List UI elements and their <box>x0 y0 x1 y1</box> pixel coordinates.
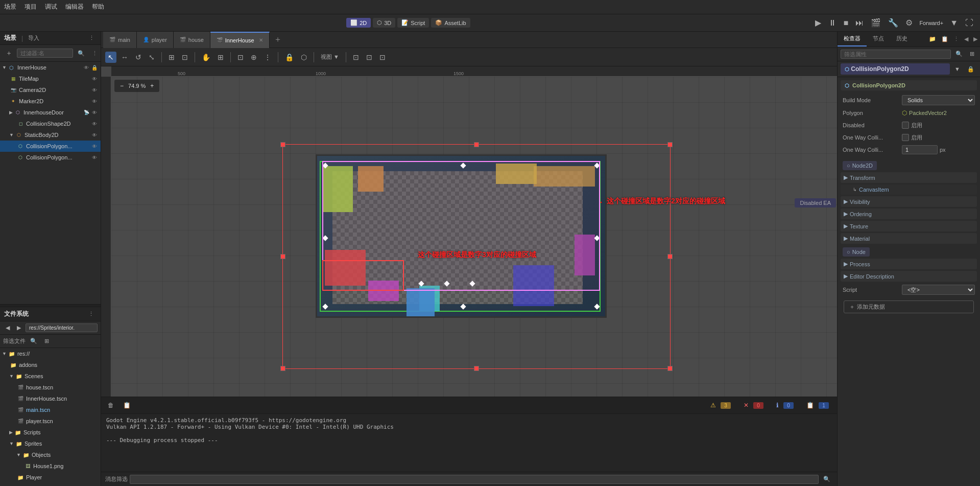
tree-item-innerhousedoor[interactable]: ▶ ⬡ InnerhouseDoor 📡 👁 <box>0 107 101 118</box>
message-filter-input[interactable] <box>130 475 819 484</box>
editordesc-collapsible[interactable]: ▶ Editor Description <box>841 271 977 282</box>
output-copy-button[interactable]: 📋 <box>121 400 133 410</box>
pan-button[interactable]: ✋ <box>199 52 213 63</box>
material-collapsible[interactable]: ▶ Material <box>841 233 977 244</box>
ordering-collapsible[interactable]: ▶ Ordering <box>841 209 977 219</box>
menu-project[interactable]: 项目 <box>25 3 37 11</box>
select-tool-button[interactable]: ↖ <box>105 52 116 63</box>
output-clear-button[interactable]: 🗑 <box>105 400 116 410</box>
tree-item-staticbody2d[interactable]: ▼ ⬡ StaticBody2D 👁 <box>0 129 101 141</box>
tree-item-innerhouse[interactable]: ▼ ⬡ InnerHouse 👁 🔒 <box>0 62 101 73</box>
menu-debug[interactable]: 调试 <box>45 3 57 11</box>
transform-collapsible[interactable]: ▶ Transform <box>841 172 977 183</box>
signal-icon[interactable]: 📡 <box>82 108 90 117</box>
property-filter-options[interactable]: ⊞ <box>967 49 977 59</box>
property-filter-search[interactable]: 🔍 <box>953 49 965 59</box>
file-item-innerhouse[interactable]: 🎬 InnerHouse.tscn <box>0 393 101 404</box>
inspector-more-button[interactable]: ⋮ <box>951 32 962 47</box>
debug-button[interactable]: 🔧 <box>886 17 901 29</box>
msg-filter-search[interactable]: 🔍 <box>821 474 833 484</box>
inspector-expand-button[interactable]: ▶ <box>971 32 980 47</box>
smart-snap-button[interactable]: ⊡ <box>235 52 246 63</box>
scene-menu-button[interactable]: ⋮ <box>87 34 97 42</box>
eye-icon[interactable]: 👁 <box>82 63 90 72</box>
viewport[interactable]: 500 1000 1500 − 74.9 % + <box>101 66 837 397</box>
scale-tool-button[interactable]: ⤡ <box>146 52 157 63</box>
viewport-opt2[interactable]: ⊡ <box>364 52 375 63</box>
tree-item-collpoly2[interactable]: ⬡ CollisionPolygon... 👁 3 <box>0 152 101 163</box>
file-filter-options[interactable]: ⊞ <box>42 336 52 346</box>
oneway-checkbox[interactable] <box>902 134 909 141</box>
tab-main[interactable]: 🎬 main <box>103 32 137 48</box>
file-item-player-folder[interactable]: 📁 Player <box>0 472 101 483</box>
add-tab-button[interactable]: ＋ <box>270 34 286 45</box>
zoom-minus-button[interactable]: − <box>117 81 126 91</box>
eye-icon-sb[interactable]: 👁 <box>90 131 99 139</box>
eye-icon-marker[interactable]: 👁 <box>90 97 99 105</box>
filter-search-icon[interactable]: 🔍 <box>75 49 87 58</box>
error-icon[interactable]: ✕ <box>741 400 751 410</box>
file-item-player[interactable]: 🎬 player.tscn <box>0 415 101 427</box>
process-collapsible[interactable]: ▶ Process <box>841 259 977 269</box>
property-filter-input[interactable] <box>841 50 951 59</box>
stop-button[interactable]: ■ <box>841 17 851 29</box>
tab-player[interactable]: 👤 player <box>137 32 174 48</box>
file-back-button[interactable]: ◀ <box>3 323 12 333</box>
disabled-checkbox[interactable] <box>902 122 909 129</box>
filter-options-icon[interactable]: ⋮ <box>89 49 100 58</box>
inspector-tab-history[interactable]: 历史 <box>890 32 914 47</box>
file-item-scenes[interactable]: ▼ 📁 Scenes <box>0 371 101 382</box>
warning-icon[interactable]: ⚠ <box>708 400 719 410</box>
file-item-scripts[interactable]: ▶ 📁 Scripts <box>0 427 101 438</box>
eye-icon-cp1[interactable]: 👁 <box>90 142 99 150</box>
viewport-opt1[interactable]: ⊡ <box>350 52 362 63</box>
view-dropdown-button[interactable]: 视图 ▼ <box>318 52 342 62</box>
file-item-sprites[interactable]: ▼ 📁 Sprites <box>0 438 101 449</box>
info-icon[interactable]: ℹ <box>774 400 781 410</box>
rotate-tool-button[interactable]: ↺ <box>133 52 144 63</box>
tab-close-button[interactable]: ✕ <box>259 37 263 43</box>
oneway-value-input[interactable] <box>902 145 938 154</box>
file-item-house1png[interactable]: 🖼 House1.png <box>0 460 101 472</box>
file-forward-button[interactable]: ▶ <box>14 323 23 333</box>
eye-icon-tilemap[interactable]: 👁 <box>90 75 99 83</box>
movie-button[interactable]: 🎬 <box>868 17 883 29</box>
play-button[interactable]: ▶ <box>812 17 824 29</box>
file-item-res[interactable]: ▼ 📁 res:// <box>0 348 101 359</box>
file-item-house[interactable]: 🎬 house.tscn <box>0 382 101 393</box>
inspector-obj-button[interactable]: 📁 <box>926 32 939 47</box>
inspector-tab-inspector[interactable]: 检查器 <box>838 32 867 47</box>
tree-item-collisionshape2d[interactable]: ◻ CollisionShape2D 👁 1 <box>0 118 101 129</box>
viewport-opt3[interactable]: ⊡ <box>377 52 388 63</box>
grid-button[interactable]: ⊡ <box>179 52 190 63</box>
zoom-fit-button[interactable]: ⊞ <box>215 52 226 63</box>
add-node-button[interactable]: ＋ <box>3 47 15 59</box>
file-menu-button[interactable]: ⋮ <box>86 309 97 319</box>
file-item-main[interactable]: 🎬 main.tscn <box>0 404 101 415</box>
inspector-collapse-button[interactable]: ◀ <box>962 32 971 47</box>
tree-item-collpoly1[interactable]: ⬡ CollisionPolygon... 👁 2 <box>0 141 101 152</box>
node-type-chevron[interactable]: ▼ <box>952 64 963 74</box>
node-lock-button[interactable]: 🔒 <box>965 64 977 74</box>
import-label[interactable]: 导入 <box>28 34 39 42</box>
eye-icon-camera[interactable]: 👁 <box>90 86 99 94</box>
file-item-objects[interactable]: ▼ 📁 Objects <box>0 449 101 460</box>
inspector-tab-nodes[interactable]: 节点 <box>867 32 890 47</box>
inspector-copy-button[interactable]: 📋 <box>939 32 951 47</box>
move-tool-button[interactable]: ↔ <box>118 52 131 63</box>
tab-innerhouse[interactable]: 🎬 InnerHouse ✕ <box>210 32 270 48</box>
eye-icon-cp2[interactable]: 👁 <box>90 153 99 161</box>
buildmode-dropdown[interactable]: Solids <box>902 95 975 105</box>
more-button[interactable]: ⚙ <box>903 17 915 29</box>
anchor-button[interactable]: ⊕ <box>248 52 259 63</box>
eye-icon-door[interactable]: 👁 <box>90 108 99 117</box>
mode-3d-button[interactable]: ⬡ 3D <box>373 18 395 28</box>
file-path-input[interactable] <box>26 323 98 332</box>
file-item-interior[interactable]: 🖼 interiorpng <box>0 483 101 486</box>
tree-item-marker2d[interactable]: ✦ Marker2D 👁 <box>0 96 101 107</box>
mode-script-button[interactable]: 📝 Script <box>397 18 429 28</box>
lock-icon[interactable]: 🔒 <box>90 63 99 72</box>
visibility-collapsible[interactable]: ▶ Visibility <box>841 196 977 207</box>
mode-assetlib-button[interactable]: 📦 AssetLib <box>431 18 470 28</box>
lock-button[interactable]: 🔒 <box>282 52 296 63</box>
